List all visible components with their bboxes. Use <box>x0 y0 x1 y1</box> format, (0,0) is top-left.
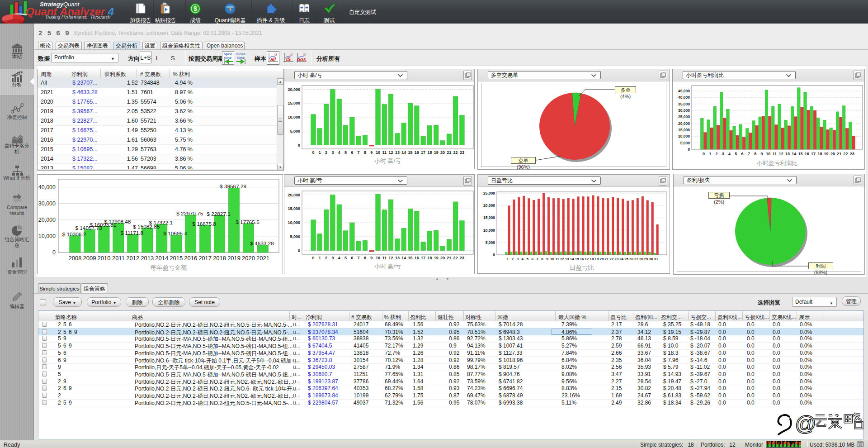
svg-text:小时 赢/亏: 小时 赢/亏 <box>374 263 401 270</box>
svg-text:9: 9 <box>760 152 763 156</box>
svg-text:@: @ <box>795 411 816 435</box>
svg-text:20: 20 <box>440 256 445 260</box>
svg-text:15,000: 15,000 <box>483 215 495 220</box>
svg-text:5: 5 <box>344 150 347 155</box>
svg-text:20,000: 20,000 <box>678 121 690 126</box>
svg-text:5,000: 5,000 <box>290 129 300 133</box>
svg-text:2012: 2012 <box>126 255 139 262</box>
svg-text:2: 2 <box>715 152 717 156</box>
svg-text:2: 2 <box>512 257 514 261</box>
svg-text:10,000: 10,000 <box>38 233 56 239</box>
svg-text:25,000: 25,000 <box>678 114 690 119</box>
svg-text:35,000: 35,000 <box>678 102 690 106</box>
svg-text:20,000: 20,000 <box>288 193 300 197</box>
svg-text:$ 4633.28: $ 4633.28 <box>250 240 274 247</box>
svg-text:4: 4 <box>728 152 731 156</box>
svg-text:11: 11 <box>382 150 387 155</box>
svg-text:all: all <box>270 57 276 62</box>
svg-text:5,000: 5,000 <box>486 240 495 245</box>
svg-text:21: 21 <box>837 152 841 156</box>
svg-text:23: 23 <box>460 256 464 260</box>
svg-text:2017: 2017 <box>198 255 212 262</box>
svg-text:1: 1 <box>319 256 321 260</box>
svg-text:11: 11 <box>382 256 387 260</box>
svg-text:29: 29 <box>644 257 648 261</box>
svg-text:3: 3 <box>331 150 334 155</box>
svg-text:0: 0 <box>312 150 314 155</box>
svg-text:9: 9 <box>370 150 373 155</box>
svg-text:7: 7 <box>358 256 360 260</box>
svg-text:10,000: 10,000 <box>483 228 495 233</box>
svg-text:3: 3 <box>722 152 724 156</box>
svg-text:11: 11 <box>773 152 777 156</box>
svg-text:21: 21 <box>447 150 451 155</box>
svg-text:12: 12 <box>389 256 393 260</box>
svg-text:30,000: 30,000 <box>678 108 690 113</box>
svg-text:5,000: 5,000 <box>290 234 300 239</box>
svg-text:oos: oos <box>297 57 306 62</box>
svg-text:20,000: 20,000 <box>38 217 56 223</box>
svg-text:5: 5 <box>344 256 347 260</box>
svg-text:10: 10 <box>766 152 770 156</box>
svg-text:$ 17908.48: $ 17908.48 <box>104 219 131 225</box>
svg-text:4: 4 <box>338 256 340 260</box>
svg-text:9: 9 <box>370 256 373 260</box>
svg-text:2010: 2010 <box>97 255 110 262</box>
svg-text:14: 14 <box>570 257 574 261</box>
svg-text:2: 2 <box>325 256 327 260</box>
svg-text:2018: 2018 <box>213 255 226 262</box>
svg-text:6: 6 <box>531 257 533 261</box>
svg-text:19: 19 <box>594 257 599 261</box>
svg-text:$ 22827.1: $ 22827.1 <box>207 211 230 217</box>
svg-text:16: 16 <box>580 257 584 261</box>
svg-text:10: 10 <box>376 150 380 155</box>
svg-text:14: 14 <box>401 256 406 260</box>
svg-text:IS: IS <box>286 57 291 62</box>
svg-text:$ 17765.5: $ 17765.5 <box>236 219 259 225</box>
svg-text:2021: 2021 <box>256 255 269 262</box>
svg-text:19: 19 <box>434 150 439 155</box>
svg-text:22: 22 <box>453 150 458 155</box>
svg-text:13: 13 <box>785 152 790 156</box>
svg-text:1: 1 <box>507 257 509 261</box>
svg-text:$ 22970.75: $ 22970.75 <box>176 210 203 217</box>
svg-text:20: 20 <box>599 257 604 261</box>
svg-text:27: 27 <box>634 257 638 261</box>
svg-text:30,000: 30,000 <box>38 200 56 207</box>
svg-text:7: 7 <box>358 150 360 155</box>
svg-text:28: 28 <box>639 257 643 261</box>
svg-text:22: 22 <box>843 152 848 156</box>
svg-text:23: 23 <box>614 257 618 261</box>
svg-text:18: 18 <box>427 256 432 260</box>
svg-text:$ 11171.8: $ 11171.8 <box>120 230 143 236</box>
svg-text:22: 22 <box>453 256 458 260</box>
svg-text:8: 8 <box>364 256 366 260</box>
svg-text:12: 12 <box>779 152 783 156</box>
svg-text:20,000: 20,000 <box>288 87 300 92</box>
svg-text:18: 18 <box>817 152 822 156</box>
svg-text:15: 15 <box>408 256 412 260</box>
svg-text:4: 4 <box>522 257 524 261</box>
svg-text:2: 2 <box>325 150 327 155</box>
svg-text:9: 9 <box>546 257 548 261</box>
svg-text:15,000: 15,000 <box>288 101 300 105</box>
svg-text:小时 赢/亏: 小时 赢/亏 <box>374 157 401 164</box>
svg-text:time: time <box>237 56 245 60</box>
svg-text:22: 22 <box>609 257 613 261</box>
svg-text:24: 24 <box>619 257 623 261</box>
svg-text:6: 6 <box>351 256 353 260</box>
svg-text:2020: 2020 <box>242 255 255 262</box>
svg-text:25: 25 <box>624 257 628 261</box>
svg-text:18: 18 <box>427 150 432 155</box>
svg-text:10,000: 10,000 <box>288 220 300 225</box>
svg-text:每年盈亏金额: 每年盈亏金额 <box>151 264 187 271</box>
svg-text:26: 26 <box>629 257 633 261</box>
svg-text:15: 15 <box>798 152 802 156</box>
svg-text:13: 13 <box>565 257 569 261</box>
svg-text:40,000: 40,000 <box>678 95 690 100</box>
svg-text:0: 0 <box>52 249 56 256</box>
svg-text:2013: 2013 <box>141 255 154 262</box>
svg-text:45,000: 45,000 <box>678 89 690 93</box>
svg-text:0: 0 <box>703 152 705 156</box>
svg-text:日盈亏比: 日盈亏比 <box>570 264 594 271</box>
